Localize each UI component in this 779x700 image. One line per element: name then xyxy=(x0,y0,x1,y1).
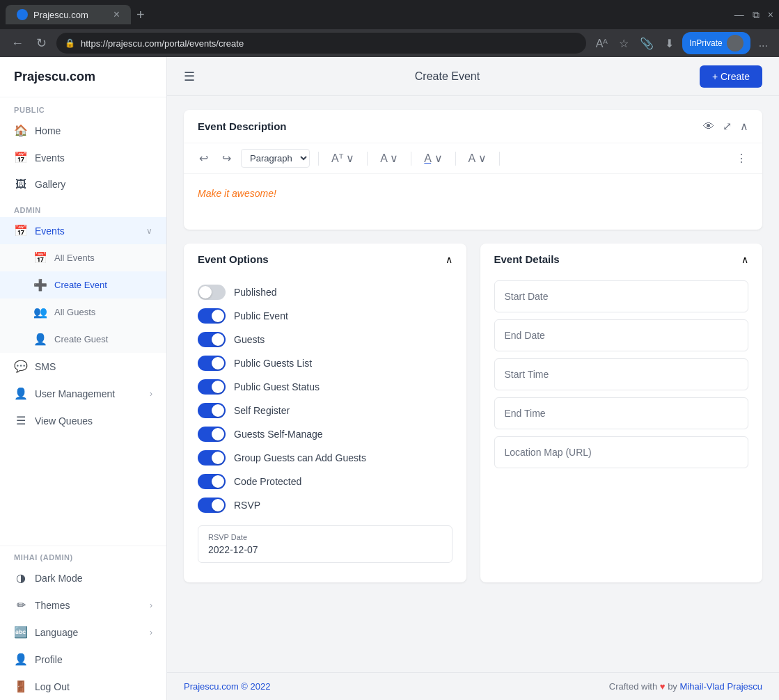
toggle-thumb-published xyxy=(199,286,212,299)
toggle-thumb-rsvp xyxy=(212,499,224,511)
toggle-rsvp[interactable] xyxy=(198,498,226,513)
toggle-thumb-group-guests-add xyxy=(212,452,224,464)
toggle-thumb-public-guests-list xyxy=(212,357,224,369)
window-minimize-button[interactable]: — xyxy=(734,9,744,21)
window-close-button[interactable]: × xyxy=(768,9,773,21)
favorites-button[interactable]: ☆ xyxy=(616,34,631,53)
chevron-right-language-icon: › xyxy=(150,628,152,637)
collapse-details-icon[interactable]: ∧ xyxy=(741,254,748,265)
logout-icon: 🚪 xyxy=(14,680,28,693)
reader-mode-button[interactable]: Aᴬ xyxy=(593,34,611,53)
chevron-right-themes-icon: › xyxy=(150,600,152,610)
event-details-title: Event Details xyxy=(494,253,560,265)
end-date-input[interactable]: End Date xyxy=(494,319,749,351)
refresh-button[interactable]: ↻ xyxy=(33,33,49,54)
toggle-self-register[interactable] xyxy=(198,403,226,418)
themes-icon: ✏ xyxy=(14,598,28,612)
end-time-placeholder: End Time xyxy=(505,408,546,419)
view-icon[interactable]: 👁 xyxy=(703,120,714,133)
create-guest-icon: 👤 xyxy=(33,333,47,346)
sidebar-item-sms[interactable]: 💬 SMS xyxy=(0,353,166,380)
queues-icon: ☰ xyxy=(14,414,28,427)
address-text: https://prajescu.com/portal/events/creat… xyxy=(81,38,244,49)
sidebar-item-user-management[interactable]: 👤 User Management › xyxy=(0,380,166,407)
more-button[interactable]: ... xyxy=(756,34,771,52)
sidebar-logo: Prajescu.com xyxy=(0,57,166,97)
option-published-label: Published xyxy=(234,287,277,298)
toggle-public-event[interactable] xyxy=(198,308,226,324)
font-color-button[interactable]: A ∨ xyxy=(420,149,446,168)
sidebar-item-events-public[interactable]: 📅 Events xyxy=(0,144,166,171)
text-size-button[interactable]: A ∨ xyxy=(376,149,402,168)
rsvp-date-field[interactable]: RSVP Date 2022-12-07 xyxy=(198,525,453,563)
footer-author-link[interactable]: Mihail-Vlad Prajescu xyxy=(680,681,763,692)
sidebar-item-logout[interactable]: 🚪 Log Out xyxy=(0,673,166,700)
collapse-options-icon[interactable]: ∧ xyxy=(446,254,453,265)
topbar-menu-icon[interactable]: ☰ xyxy=(184,69,195,84)
toggle-guests-self-manage[interactable] xyxy=(198,427,226,442)
window-restore-button[interactable]: ⧉ xyxy=(753,9,760,21)
toggle-published[interactable] xyxy=(198,285,226,300)
sidebar-create-guest-label: Create Guest xyxy=(54,334,108,344)
toolbar-separator-2 xyxy=(367,152,368,166)
editor-body[interactable]: Make it awesome! xyxy=(184,174,762,230)
collections-button[interactable]: 📎 xyxy=(637,34,656,53)
back-button[interactable]: ← xyxy=(8,33,26,54)
start-date-placeholder: Start Date xyxy=(505,291,549,302)
expand-icon[interactable]: ⤢ xyxy=(723,120,732,133)
sidebar-section-public: PUBLIC xyxy=(0,97,166,117)
address-bar[interactable]: 🔒 https://prajescu.com/portal/events/cre… xyxy=(56,33,586,54)
toolbar-separator-5 xyxy=(499,152,500,166)
tab-close-button[interactable]: × xyxy=(113,9,120,20)
toggle-public-guest-status[interactable] xyxy=(198,379,226,395)
option-guests-self-manage: Guests Self-Manage xyxy=(198,422,453,446)
sidebar-item-language[interactable]: 🔤 Language › xyxy=(0,619,166,646)
toggle-public-guests-list[interactable] xyxy=(198,356,226,371)
start-date-input[interactable]: Start Date xyxy=(494,280,749,312)
option-guests-label: Guests xyxy=(234,334,265,345)
sidebar-item-themes[interactable]: ✏ Themes › xyxy=(0,591,166,619)
footer: Prajescu.com © 2022 Crafted with ♥ by Mi… xyxy=(167,672,779,700)
start-time-input[interactable]: Start Time xyxy=(494,358,749,390)
sidebar-item-gallery[interactable]: 🖼 Gallery xyxy=(0,171,166,198)
toggle-group-guests-add[interactable] xyxy=(198,450,226,466)
sidebar-themes-label: Themes xyxy=(35,600,70,611)
font-size-button[interactable]: Aᵀ ∨ xyxy=(327,149,359,168)
toggle-guests[interactable] xyxy=(198,332,226,347)
undo-button[interactable]: ↩ xyxy=(195,149,212,168)
toggle-code-protected[interactable] xyxy=(198,474,226,489)
browser-tab[interactable]: Prajescu.com × xyxy=(6,5,131,24)
toggle-track-self-register xyxy=(198,403,226,418)
toggle-thumb-guests-self-manage xyxy=(212,428,224,440)
option-public-guests-list-label: Public Guests List xyxy=(234,358,312,369)
sidebar-item-all-events[interactable]: 📅 All Events xyxy=(0,244,166,271)
sidebar-item-events-admin[interactable]: 📅 Events ∨ xyxy=(0,217,166,244)
collapse-description-icon[interactable]: ∧ xyxy=(740,120,748,133)
create-button[interactable]: + Create xyxy=(700,65,762,88)
end-time-input[interactable]: End Time xyxy=(494,397,749,429)
toggle-track-rsvp xyxy=(198,498,226,513)
redo-button[interactable]: ↪ xyxy=(218,149,235,168)
location-map-input[interactable]: Location Map (URL) xyxy=(494,436,749,468)
sidebar-item-view-queues[interactable]: ☰ View Queues xyxy=(0,407,166,434)
text-bg-button[interactable]: A ∨ xyxy=(464,149,491,168)
download-button[interactable]: ⬇ xyxy=(662,34,677,53)
sidebar-item-dark-mode[interactable]: ◑ Dark Mode xyxy=(0,564,166,591)
sidebar-item-create-event[interactable]: ➕ Create Event xyxy=(0,271,166,299)
all-guests-icon: 👥 xyxy=(33,305,47,319)
sidebar-item-profile[interactable]: 👤 Profile xyxy=(0,646,166,673)
address-bar-container: ← ↻ 🔒 https://prajescu.com/portal/events… xyxy=(0,29,779,57)
option-public-guests-list: Public Guests List xyxy=(198,351,453,375)
tab-title: Prajescu.com xyxy=(33,10,88,20)
footer-copyright-link[interactable]: Prajescu.com © 2022 xyxy=(184,681,270,692)
sidebar-item-create-guest[interactable]: 👤 Create Guest xyxy=(0,326,166,353)
option-published: Published xyxy=(198,280,453,304)
toolbar-more-button[interactable]: ⋮ xyxy=(732,149,751,168)
inprivate-button[interactable]: InPrivate xyxy=(682,32,750,54)
paragraph-select[interactable]: Paragraph xyxy=(241,149,310,168)
sidebar-item-home[interactable]: 🏠 Home xyxy=(0,117,166,144)
all-events-icon: 📅 xyxy=(33,251,47,264)
new-tab-button[interactable]: + xyxy=(136,7,145,23)
sidebar-item-all-guests[interactable]: 👥 All Guests xyxy=(0,299,166,326)
location-map-placeholder: Location Map (URL) xyxy=(505,447,592,458)
